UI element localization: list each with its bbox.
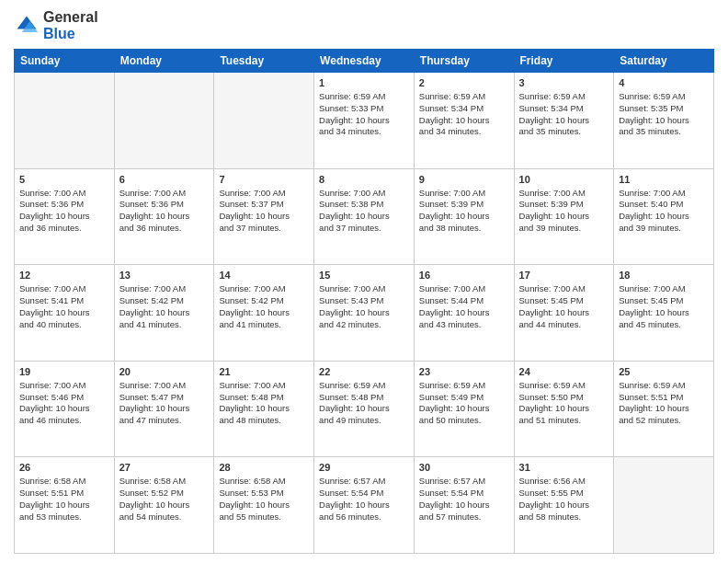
- table-row: 1Sunrise: 6:59 AMSunset: 5:33 PMDaylight…: [314, 73, 415, 169]
- day-info-line: and 36 minutes.: [19, 223, 109, 235]
- day-info-line: and 55 minutes.: [219, 511, 309, 523]
- day-info-line: and 57 minutes.: [419, 511, 509, 523]
- table-row: 9Sunrise: 7:00 AMSunset: 5:39 PMDaylight…: [414, 168, 514, 265]
- table-row: 2Sunrise: 6:59 AMSunset: 5:34 PMDaylight…: [414, 73, 514, 169]
- table-row: 28Sunrise: 6:58 AMSunset: 5:53 PMDayligh…: [214, 457, 314, 554]
- day-info-line: Sunset: 5:51 PM: [619, 392, 709, 404]
- day-info-line: Sunrise: 7:00 AM: [119, 380, 210, 392]
- day-info-line: Daylight: 10 hours: [119, 211, 210, 223]
- day-info-line: Sunset: 5:41 PM: [19, 295, 109, 307]
- day-info-line: Sunset: 5:50 PM: [519, 392, 609, 404]
- day-info-line: Daylight: 10 hours: [119, 500, 210, 511]
- day-info-line: Sunrise: 6:59 AM: [619, 91, 709, 103]
- table-row: [614, 457, 714, 554]
- header: General Blue: [14, 9, 714, 41]
- day-number: 6: [119, 173, 210, 187]
- day-info-line: Sunrise: 6:59 AM: [619, 380, 709, 392]
- day-number: 4: [619, 76, 709, 90]
- day-info-line: Daylight: 10 hours: [19, 211, 109, 223]
- day-number: 11: [619, 173, 709, 187]
- day-info-line: Daylight: 10 hours: [619, 211, 709, 223]
- day-info-line: and 41 minutes.: [219, 319, 309, 331]
- day-info-line: Daylight: 10 hours: [219, 403, 309, 415]
- day-info-line: Sunset: 5:34 PM: [419, 103, 509, 115]
- table-row: 19Sunrise: 7:00 AMSunset: 5:46 PMDayligh…: [15, 361, 115, 457]
- day-info-line: and 36 minutes.: [119, 223, 210, 235]
- day-info-line: and 45 minutes.: [619, 319, 709, 331]
- day-number: 30: [419, 461, 509, 475]
- table-row: 13Sunrise: 7:00 AMSunset: 5:42 PMDayligh…: [114, 265, 214, 362]
- table-row: 31Sunrise: 6:56 AMSunset: 5:55 PMDayligh…: [514, 457, 614, 554]
- day-info-line: Daylight: 10 hours: [519, 211, 609, 223]
- day-info-line: Sunrise: 7:00 AM: [219, 283, 309, 295]
- day-info-line: and 50 minutes.: [419, 415, 509, 427]
- header-sunday: Sunday: [15, 50, 115, 73]
- day-info-line: Daylight: 10 hours: [619, 307, 709, 319]
- day-info-line: and 44 minutes.: [519, 319, 609, 331]
- day-number: 22: [319, 365, 409, 379]
- logo-icon: [14, 13, 40, 39]
- day-info-line: Sunrise: 7:00 AM: [19, 283, 109, 295]
- day-info-line: Sunrise: 6:59 AM: [419, 91, 509, 103]
- day-number: 13: [119, 269, 210, 282]
- table-row: 29Sunrise: 6:57 AMSunset: 5:54 PMDayligh…: [314, 457, 415, 554]
- table-row: 23Sunrise: 6:59 AMSunset: 5:49 PMDayligh…: [414, 361, 514, 457]
- table-row: 20Sunrise: 7:00 AMSunset: 5:47 PMDayligh…: [114, 361, 214, 457]
- table-row: 24Sunrise: 6:59 AMSunset: 5:50 PMDayligh…: [514, 361, 614, 457]
- day-info-line: and 47 minutes.: [119, 415, 210, 427]
- day-info-line: Sunrise: 7:00 AM: [19, 188, 109, 200]
- day-info-line: and 51 minutes.: [519, 415, 609, 427]
- day-number: 31: [519, 461, 609, 475]
- day-number: 2: [419, 76, 509, 90]
- calendar-row: 5Sunrise: 7:00 AMSunset: 5:36 PMDaylight…: [15, 168, 714, 265]
- day-info-line: Daylight: 10 hours: [19, 500, 109, 511]
- day-info-line: Sunset: 5:54 PM: [319, 488, 409, 500]
- day-info-line: Sunrise: 6:58 AM: [119, 476, 210, 488]
- day-number: 16: [419, 269, 509, 282]
- day-info-line: Daylight: 10 hours: [319, 307, 409, 319]
- day-info-line: Daylight: 10 hours: [319, 211, 409, 223]
- weekday-header-row: Sunday Monday Tuesday Wednesday Thursday…: [15, 50, 714, 73]
- day-info-line: Daylight: 10 hours: [519, 307, 609, 319]
- day-info-line: Sunset: 5:40 PM: [619, 199, 709, 211]
- day-info-line: Daylight: 10 hours: [419, 115, 509, 127]
- table-row: 4Sunrise: 6:59 AMSunset: 5:35 PMDaylight…: [614, 73, 714, 169]
- day-info-line: Sunrise: 6:58 AM: [219, 476, 309, 488]
- day-number: 21: [219, 365, 309, 379]
- day-info-line: Sunset: 5:43 PM: [319, 295, 409, 307]
- day-info-line: Sunrise: 6:58 AM: [19, 476, 109, 488]
- day-info-line: and 40 minutes.: [19, 319, 109, 331]
- day-number: 20: [119, 365, 210, 379]
- table-row: 25Sunrise: 6:59 AMSunset: 5:51 PMDayligh…: [614, 361, 714, 457]
- day-info-line: Daylight: 10 hours: [319, 500, 409, 511]
- table-row: 8Sunrise: 7:00 AMSunset: 5:38 PMDaylight…: [314, 168, 415, 265]
- day-info-line: and 34 minutes.: [419, 126, 509, 138]
- day-info-line: and 52 minutes.: [619, 415, 709, 427]
- day-info-line: Sunset: 5:39 PM: [519, 199, 609, 211]
- calendar-table: Sunday Monday Tuesday Wednesday Thursday…: [14, 49, 714, 554]
- day-info-line: Sunrise: 6:59 AM: [419, 380, 509, 392]
- day-info-line: Sunset: 5:34 PM: [519, 103, 609, 115]
- day-info-line: Daylight: 10 hours: [519, 115, 609, 127]
- day-info-line: and 46 minutes.: [19, 415, 109, 427]
- day-number: 18: [619, 269, 709, 282]
- day-info-line: Daylight: 10 hours: [219, 307, 309, 319]
- day-info-line: Sunset: 5:38 PM: [319, 199, 409, 211]
- day-info-line: Sunrise: 7:00 AM: [319, 188, 409, 200]
- day-number: 15: [319, 269, 409, 282]
- day-info-line: Sunset: 5:51 PM: [19, 488, 109, 500]
- table-row: 21Sunrise: 7:00 AMSunset: 5:48 PMDayligh…: [214, 361, 314, 457]
- day-number: 7: [219, 173, 309, 187]
- day-number: 17: [519, 269, 609, 282]
- day-info-line: Sunrise: 6:57 AM: [419, 476, 509, 488]
- day-info-line: Sunrise: 6:59 AM: [319, 91, 409, 103]
- page: General Blue Sunday Monday Tuesday Wedne…: [0, 0, 728, 563]
- day-info-line: Sunset: 5:52 PM: [119, 488, 210, 500]
- day-number: 26: [19, 461, 109, 475]
- logo: General Blue: [14, 9, 98, 41]
- day-info-line: Sunset: 5:48 PM: [319, 392, 409, 404]
- day-info-line: Sunset: 5:33 PM: [319, 103, 409, 115]
- day-info-line: and 43 minutes.: [419, 319, 509, 331]
- table-row: 3Sunrise: 6:59 AMSunset: 5:34 PMDaylight…: [514, 73, 614, 169]
- day-info-line: and 37 minutes.: [319, 223, 409, 235]
